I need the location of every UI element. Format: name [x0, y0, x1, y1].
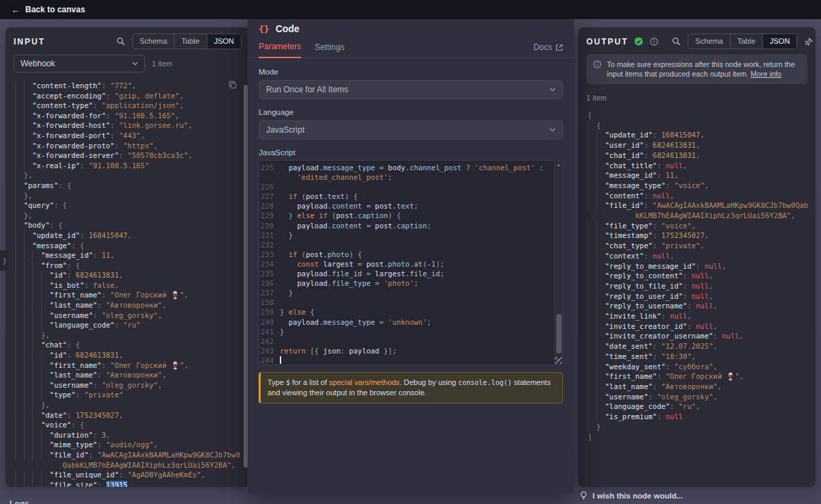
output-display-mode-switch: Schema Table JSON	[688, 34, 797, 49]
output-tab-schema[interactable]: Schema	[688, 34, 729, 49]
editor-scrollbar[interactable]: ▲ ▼	[554, 161, 562, 364]
output-info-button[interactable]	[649, 36, 660, 47]
json-line: ]	[588, 432, 810, 442]
modal-tabs: Parameters Settings Docs	[248, 39, 574, 58]
json-line: "voice": {	[15, 420, 244, 430]
json-line: "update_id": 168415047,	[15, 230, 244, 241]
n8n-code-node-view: ← Back to canvas INPUT Schema Table JSON	[0, 0, 821, 504]
more-info-link[interactable]: More info	[751, 70, 781, 78]
json-line: "content-type": "application/json",	[15, 101, 244, 111]
input-tab-json[interactable]: JSON	[207, 34, 241, 49]
docs-link[interactable]: Docs	[534, 42, 563, 57]
language-value: JavaScript	[266, 125, 304, 135]
json-line: "duration": 3,	[15, 430, 244, 440]
json-line: "x-forwarded-server": "50578cb3ca3c",	[15, 150, 244, 161]
chevron-down-icon	[549, 128, 556, 132]
json-line: "chat": {	[15, 340, 244, 350]
code-line: 233 if (post.photo) {	[259, 250, 554, 259]
editor-language-label: JavaScript	[259, 148, 563, 157]
code-node-icon: {}	[259, 24, 270, 34]
editor-scrollbar-thumb[interactable]	[556, 314, 562, 354]
code-line: 228 payload.content = post.text;	[259, 201, 554, 211]
output-panel-title: OUTPUT	[586, 37, 628, 47]
code-editor[interactable]: 225 payload.message_type = body.channel_…	[259, 160, 563, 365]
json-line: "file_id": "AwACAgIAAxkBAAMLaHKpw9GK8CJb…	[15, 450, 244, 470]
code-line: 225 payload.message_type = body.channel_…	[259, 163, 554, 172]
json-line: {	[588, 120, 810, 131]
json-line: "time_sent": "18:30",	[588, 352, 810, 362]
json-line: "timestamp": 1752345027,	[588, 230, 810, 241]
json-line: "invite_creator_id": null,	[588, 321, 810, 332]
json-line: "context": null,	[588, 251, 810, 261]
input-tab-schema[interactable]: Schema	[133, 34, 174, 49]
json-line: "x-forwarded-host": "link.gorsee.ru",	[15, 120, 244, 131]
expand-handle-icon: )	[3, 256, 6, 265]
output-info-banner: To make sure expressions after this node…	[586, 54, 807, 84]
output-json-view[interactable]: [{"update_id": 168415047,"user_id": 6824…	[578, 107, 816, 487]
output-tab-table[interactable]: Table	[730, 34, 762, 49]
code-node-modal: {} Code Parameters Settings Docs Mode Ru…	[248, 14, 574, 494]
json-line: "first_name": "Олег Горский 🍷",	[15, 360, 244, 371]
json-line: "reply_to_message_id": null,	[588, 261, 810, 271]
json-line: "reply_to_user_id": null,	[588, 291, 810, 302]
tab-parameters[interactable]: Parameters	[259, 42, 301, 58]
json-line: "accept-encoding": "gzip, deflate",	[15, 91, 244, 101]
output-search-button[interactable]	[669, 35, 683, 49]
json-line: "x-forwarded-for": "91.108.5.165",	[15, 111, 244, 121]
code-line: 243return [{ json: payload }];	[259, 346, 554, 356]
json-line: "date": 1752345027,	[15, 410, 244, 421]
json-line: "reply_to_content": null,	[588, 271, 810, 281]
scroll-up-icon[interactable]: ▲	[555, 161, 562, 169]
copy-button[interactable]	[226, 78, 239, 92]
info-icon	[650, 38, 658, 46]
info-icon	[593, 59, 601, 79]
search-icon	[672, 37, 681, 46]
json-line: "message_id": 11,	[15, 250, 244, 261]
json-line: "file_size": 13915	[15, 480, 244, 487]
copy-icon	[229, 81, 237, 89]
input-search-button[interactable]	[114, 35, 127, 49]
node-title[interactable]: Code	[276, 23, 300, 34]
input-panel: INPUT Schema Table JSON Webhook 1 item "	[5, 27, 250, 487]
json-line: "id": 6824613831,	[15, 350, 244, 360]
json-line: "file_unique_id": "AgADBYgAAheKmEs",	[15, 470, 244, 480]
json-line: "reply_to_username": null,	[588, 301, 810, 311]
hint-text: Type $ for a list of special vars/method…	[268, 377, 556, 398]
input-item-count: 1 item	[152, 59, 172, 68]
json-line: },	[15, 211, 244, 221]
input-source-select[interactable]: Webhook	[14, 55, 145, 72]
editor-resize-handle[interactable]	[555, 357, 562, 364]
code-editor-lines[interactable]: 225 payload.message_type = body.channel_…	[259, 161, 554, 364]
topbar: ← Back to canvas	[0, 0, 821, 19]
input-json-view[interactable]: "content-length": "772","accept-encoding…	[5, 78, 250, 487]
json-line: }	[588, 422, 810, 432]
code-line: 226	[259, 182, 554, 191]
back-arrow-icon: ←	[11, 5, 20, 14]
json-line: "content-length": "772",	[15, 81, 244, 91]
pin-data-button[interactable]	[802, 35, 816, 49]
mode-label: Mode	[259, 68, 563, 76]
json-line: "chat_title": null,	[588, 161, 810, 171]
pin-icon	[805, 38, 813, 46]
chevron-down-icon	[549, 88, 556, 92]
json-line: },	[15, 170, 244, 181]
node-feedback-button[interactable]: I wish this node would...	[579, 491, 683, 501]
json-line: "type": "private"	[15, 390, 244, 400]
language-select[interactable]: JavaScript	[259, 120, 563, 140]
json-line: "x-forwarded-port": "443",	[15, 131, 244, 141]
back-to-canvas-button[interactable]: ← Back to canvas	[11, 5, 85, 14]
json-line: "date_sent": "12.07.2025",	[588, 341, 810, 352]
wish-label: I wish this node would...	[592, 492, 683, 500]
collapsed-panel-handle[interactable]: )	[0, 250, 9, 271]
input-panel-title: INPUT	[14, 37, 45, 47]
logs-label[interactable]: Logs	[10, 499, 29, 504]
json-line: "query": {	[15, 200, 244, 211]
tab-settings[interactable]: Settings	[315, 42, 344, 57]
check-circle-icon	[634, 37, 643, 46]
input-tab-table[interactable]: Table	[174, 34, 206, 49]
search-icon	[116, 37, 125, 46]
banner-text-wrap: To make sure expressions after this node…	[607, 59, 800, 79]
code-line: 240 payload.message_type = 'unknown';	[259, 317, 554, 327]
output-tab-json[interactable]: JSON	[762, 34, 796, 49]
mode-select[interactable]: Run Once for All Items	[259, 80, 563, 99]
